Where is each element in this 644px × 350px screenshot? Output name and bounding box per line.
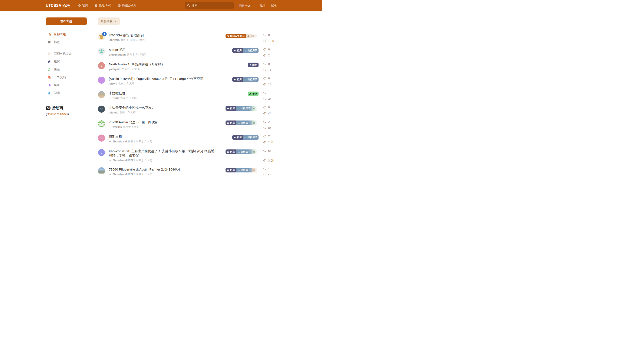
topic-row[interactable]: L[Austin北16分钟] Pflugerville 78660. 3房2卫+…	[98, 74, 277, 88]
topic-body: Farwest 2B/2B 主卧室招租优惠了！ 安静小区校车第二站步行8分钟,临…	[109, 149, 226, 162]
nav-official-site[interactable]: 官网	[78, 4, 88, 8]
nav-wechat[interactable]: 微信公众号	[118, 4, 137, 8]
topic-title[interactable]: 78728 Austin 北边 - 出租一间次卧	[109, 120, 222, 124]
home-icon	[227, 122, 229, 124]
register-link[interactable]: 注册	[260, 4, 266, 8]
sidebar-item-cssa-committee[interactable]: CSSA 执委会	[46, 50, 90, 58]
tag-cssa[interactable]: CSSA 执委会	[226, 34, 246, 38]
sidebar-item-tags[interactable]: 标签	[46, 38, 90, 46]
sidebar-item-entertainment[interactable]: 娱乐	[46, 81, 90, 89]
topic-row[interactable]: 求拉微信群Doris 回复于 4 天前生活134	[98, 88, 277, 103]
tag-zufang[interactable]: 租房	[226, 168, 236, 172]
tag-chuzu[interactable]: 出租房子	[236, 120, 252, 125]
donate-link[interactable]: Donate to CSSA	[47, 112, 68, 116]
sidebar-item-housing[interactable]: 租房	[46, 58, 90, 65]
topic-title[interactable]: 短期出租	[109, 134, 229, 139]
tag-chuzu[interactable]: 出租房子	[243, 77, 258, 82]
topic-avatar[interactable]	[98, 167, 105, 174]
topic-title[interactable]: 北边最安全的小区找一名室友。	[109, 106, 222, 110]
topic-title[interactable]: [Austin北16分钟] Pflugerville 78660. 3房2卫+1…	[109, 77, 229, 81]
sidebar-item-label: 租房	[54, 60, 60, 64]
topic-avatar[interactable]	[98, 91, 105, 98]
topic-avatar[interactable]: V	[98, 106, 105, 112]
tag-zufang[interactable]: 租房	[232, 77, 243, 82]
tag-chuzu[interactable]: 出租房子	[236, 106, 252, 111]
topic-avatar[interactable]: Y	[98, 62, 105, 69]
replies-value: 0	[268, 62, 270, 66]
avatar-initial: Y	[100, 64, 102, 68]
tag-changzu[interactable]: 长租	[252, 150, 258, 154]
topic-avatar[interactable]	[98, 48, 105, 55]
topic-title[interactable]: Manor 招租	[109, 48, 229, 52]
topic-row[interactable]: JFarwest 2B/2B 主卧室招租优惠了！ 安静小区校车第二站步行8分钟,…	[98, 146, 277, 165]
tag-shenghuo[interactable]: 生活	[248, 92, 258, 96]
tag-luntan[interactable]: 论坛管理	[246, 34, 258, 38]
tag-chuzu[interactable]: 出租房子	[236, 150, 252, 154]
topic-row[interactable]: Manor 招租tingxingdong 发布于 2 小时前租房出租房子02	[98, 45, 277, 60]
replies-count[interactable]: 63	[263, 149, 277, 152]
topic-row[interactable]: S短期出租Zhoudsam810221 回复于 6 天前租房出租房子2158	[98, 132, 277, 146]
topic-row[interactable]: UTCSSA 论坛 管理条例UTCSSA 发布于 2019年7月2日CSSA 执…	[98, 31, 277, 45]
tag-zufang[interactable]: 租房	[226, 106, 236, 111]
topic-title[interactable]: 78660 Pflugerville 近Austin Parmer 次卧 $68…	[109, 167, 222, 172]
topic-avatar[interactable]: J	[98, 149, 105, 156]
tag-zufang[interactable]: 租房	[232, 48, 243, 53]
sidebar-item-all-discussions[interactable]: 全部主题	[46, 30, 90, 38]
shapes-icon	[238, 169, 240, 171]
replies-count[interactable]: 0	[263, 77, 277, 80]
forum-brand[interactable]: UTCSSA 论坛	[46, 3, 70, 8]
replies-count[interactable]: 0	[263, 48, 277, 51]
topic-meta: tingxingdong 发布于 2 小时前	[109, 53, 229, 56]
tag-chuzu[interactable]: 出租房子	[243, 48, 258, 53]
replies-count[interactable]: 0	[263, 62, 277, 66]
topic-avatar[interactable]: S	[98, 134, 105, 142]
search-input[interactable]: 搜索	[185, 2, 234, 9]
reply-icon	[109, 97, 112, 100]
topic-title[interactable]: UTCSSA 论坛 管理条例	[109, 33, 222, 38]
replies-count[interactable]: 0	[263, 106, 277, 109]
tag-chuzu[interactable]: 出租房子	[243, 135, 258, 140]
topic-avatar[interactable]: L	[98, 77, 105, 84]
replies-count[interactable]: 1	[263, 91, 277, 94]
replies-count[interactable]: 1	[263, 167, 277, 171]
tag-changzu[interactable]: 长租	[252, 120, 258, 125]
topic-row[interactable]: YNorth Austin 1b1b短期转租（可续约）yan5yum 发布于 4…	[98, 60, 277, 74]
tag-zufang[interactable]: 租房	[232, 135, 243, 140]
views-value: 66	[268, 173, 272, 175]
sidebar-item-label: 全部主题	[54, 32, 66, 36]
replies-count[interactable]: 0	[263, 33, 277, 36]
tools-icon	[227, 35, 229, 37]
topic-meta-text: 发布于 2019年7月2日	[121, 38, 146, 42]
nav-faq[interactable]: ?论坛 FAQ	[94, 4, 112, 8]
replies-value: 63	[268, 149, 272, 152]
new-topic-button[interactable]: 发布主题	[46, 18, 87, 25]
sidebar-item-career[interactable]: 学职	[46, 89, 90, 97]
topic-body: UTCSSA 论坛 管理条例UTCSSA 发布于 2019年7月2日	[109, 33, 226, 42]
topic-avatar[interactable]	[98, 33, 105, 40]
tag-zufang[interactable]: 租房	[248, 62, 258, 67]
reply-icon	[109, 159, 112, 162]
topic-row[interactable]: 78660 Pflugerville 近Austin Parmer 次卧 $68…	[98, 165, 277, 175]
topic-avatar[interactable]	[98, 120, 105, 127]
sidebar-item-life[interactable]: 生活	[46, 65, 90, 73]
language-selector[interactable]: 简体中文	[239, 4, 254, 8]
topic-title[interactable]: 求拉微信群	[109, 91, 245, 96]
views-count: 11	[263, 68, 277, 72]
tag-chuzu[interactable]: 出租房子	[236, 168, 252, 172]
topic-row[interactable]: 78728 Austin 北边 - 出租一间次卧wz2016 回复于 6 天前租…	[98, 118, 277, 132]
sort-dropdown[interactable]: 最新回复	[98, 18, 120, 25]
login-link[interactable]: 登录	[271, 4, 277, 8]
tag-changzu[interactable]: 长租	[252, 106, 258, 111]
sidebar-item-secondhand[interactable]: $二手交易	[46, 73, 90, 81]
home-icon	[249, 64, 252, 66]
topic-title[interactable]: North Austin 1b1b短期转租（可续约）	[109, 62, 245, 66]
topic-row[interactable]: V北边最安全的小区找一名室友。lulululu 发布于 5 天前租房出租房子长租…	[98, 103, 277, 118]
tag-zufang[interactable]: 租房	[226, 120, 236, 125]
topic-title[interactable]: Farwest 2B/2B 主卧室招租优惠了！ 安静小区校车第二站步行8分钟,临…	[109, 149, 222, 158]
views-value: 18	[268, 82, 272, 86]
tag-zufang[interactable]: 租房	[226, 150, 236, 154]
tag-nanshiyou[interactable]: 男室友	[252, 168, 258, 172]
replies-count[interactable]: 2	[263, 120, 277, 124]
sidebar-item-label: 标签	[54, 40, 60, 44]
replies-count[interactable]: 2	[263, 134, 277, 138]
